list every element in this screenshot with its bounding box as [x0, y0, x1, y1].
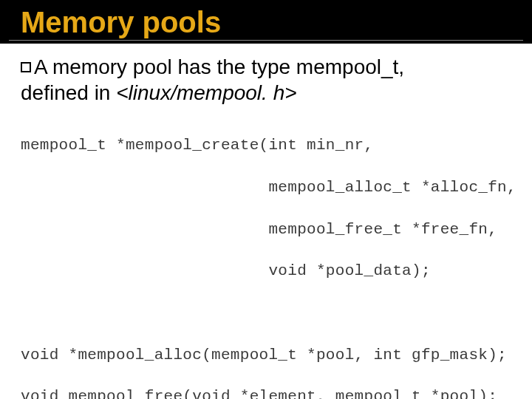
code-line: void *pool_data); — [21, 261, 511, 282]
code-line: void mempool_free(void *element, mempool… — [21, 386, 511, 399]
title-underline — [9, 40, 523, 41]
bullet-item: A memory pool has the type mempool_t, de… — [21, 54, 511, 106]
bullet-text-1: memory pool has the type mempool_t, — [47, 55, 404, 78]
code-line: void *mempool_alloc(mempool_t *pool, int… — [21, 345, 511, 366]
code-line: mempool_t *mempool_create(int min_nr, — [21, 135, 511, 156]
bullet-text-2-pre: defined in — [21, 81, 116, 104]
square-bullet-icon — [21, 62, 31, 72]
code-line: mempool_alloc_t *alloc_fn, — [21, 177, 511, 198]
title-band: Memory pools — [0, 0, 532, 44]
slide-title: Memory pools — [0, 6, 532, 38]
code-line: mempool_free_t *free_fn, — [21, 219, 511, 240]
code-block: mempool_t *mempool_create(int min_nr, me… — [21, 115, 511, 399]
bullet-text-2-italic: <linux/mempool. h> — [116, 81, 296, 104]
body-area: A memory pool has the type mempool_t, de… — [0, 44, 532, 399]
bullet-lead: A — [34, 55, 47, 78]
